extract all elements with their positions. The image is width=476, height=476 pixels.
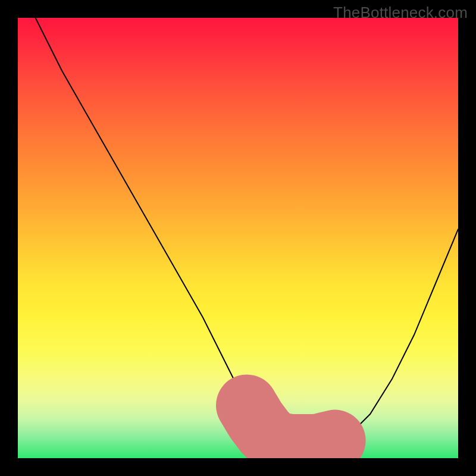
watermark-text: TheBottleneck.com [333, 4, 468, 22]
chart-svg [18, 18, 458, 458]
plot-area [18, 18, 458, 458]
svg-point-0 [240, 399, 253, 412]
valley-highlight [240, 399, 341, 447]
chart-frame: TheBottleneck.com [0, 0, 476, 476]
svg-point-1 [328, 434, 341, 447]
